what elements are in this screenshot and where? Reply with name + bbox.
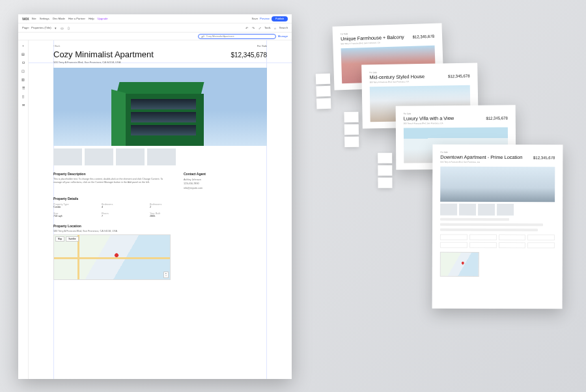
card-price: $12,345,678 (413, 35, 435, 39)
redo-icon[interactable]: ↷ (251, 25, 256, 30)
thumbnail[interactable] (116, 148, 145, 165)
chat-icon[interactable]: ✉ (21, 102, 25, 107)
dataset-bar: ☍ Cozy Minimalist Apartment Manage (18, 33, 292, 40)
link-icon: ☍ (201, 34, 205, 38)
database-icon[interactable]: ⛁ (21, 60, 25, 64)
preview-stack: For Sale Unique Farmhouse + Balcony $12,… (318, 25, 572, 363)
listing-price[interactable]: $12,345,678 (230, 51, 267, 59)
location-heading: Property Location (53, 224, 267, 228)
layers-icon[interactable]: ▤ (21, 51, 25, 56)
thumbnail[interactable] (85, 148, 113, 165)
page-label: Page: (22, 26, 29, 29)
map-zoom-control[interactable]: +− (163, 272, 169, 279)
menu-devmode[interactable]: Dev Mode (53, 17, 65, 20)
cms-icon[interactable]: ⌸ (21, 94, 25, 98)
menu-help[interactable]: Help (89, 17, 94, 20)
top-menu: Site Settings Dev Mode Hire a Partner He… (31, 17, 107, 20)
apps-icon[interactable]: ◫ (21, 68, 25, 73)
card-price: $12,345,678 (448, 74, 469, 79)
desktop-icon[interactable]: ▭ (60, 25, 64, 30)
map-pin-icon (113, 252, 119, 257)
menu-upgrade[interactable]: Upgrade (98, 17, 108, 20)
tools-button[interactable]: Tools (264, 26, 271, 29)
thumbnail[interactable] (147, 148, 176, 165)
menu-hire[interactable]: Hire a Partner (68, 17, 85, 20)
back-link[interactable]: ‹ Back (53, 45, 60, 48)
topbar: WIX Site Settings Dev Mode Hire a Partne… (18, 14, 292, 23)
card-hero-image (440, 167, 555, 203)
listing-address: 500 Terry A Francois Blvd, San Francisco… (53, 61, 267, 64)
card-price: $12,345,678 (486, 116, 507, 120)
details-grid: Property TypeCondo Bedrooms4 Bathrooms2 … (53, 203, 267, 217)
card-address: 500 Terry A Francois Blvd, San Francisco… (404, 121, 508, 124)
menu-site[interactable]: Site (31, 17, 36, 20)
canvas[interactable]: For Sale ‹ Back Cozy Minimalist Apartmen… (29, 40, 292, 379)
bookmarks-icon[interactable]: ☰ (21, 85, 25, 90)
card-title: Downtown Apartment - Prime Location (440, 154, 533, 160)
card-address: 500 Terry A Francois Blvd, San Francisco… (440, 161, 555, 164)
thumbnail-row (53, 148, 267, 165)
detail-value: 710 sqft (53, 215, 92, 217)
map-tab-satellite[interactable]: Satellite (66, 236, 78, 242)
detail-value: 2 (150, 206, 189, 208)
search-label[interactable]: Search (279, 26, 288, 29)
undo-icon[interactable]: ↶ (245, 25, 249, 30)
listing-status: For Sale (257, 44, 267, 48)
map-pin-icon (461, 261, 465, 265)
preview-button[interactable]: Preview (260, 17, 270, 20)
card-map (440, 252, 479, 277)
media-icon[interactable]: ▥ (21, 77, 25, 81)
detail-value: Condo (53, 206, 92, 208)
dataset-value: Cozy Minimalist Apartment (206, 35, 234, 38)
card-price: $12,345,678 (533, 156, 555, 160)
wix-logo[interactable]: WIX (22, 17, 29, 21)
menu-settings[interactable]: Settings (40, 17, 49, 20)
save-button[interactable]: Save (251, 17, 258, 20)
thumbnail[interactable] (53, 148, 82, 165)
chevron-down-icon[interactable]: ▾ (53, 25, 58, 30)
dataset-field[interactable]: ☍ Cozy Minimalist Apartment (198, 34, 276, 39)
publish-button[interactable]: Publish (272, 16, 288, 21)
card-title: Luxury Villa with a View (404, 115, 486, 122)
preview-card[interactable]: For Sale Downtown Apartment - Prime Loca… (432, 145, 563, 309)
desc-heading: Property Description (53, 172, 164, 176)
card-thumbnails (440, 204, 555, 216)
detail-value: 2005 (150, 215, 189, 217)
map-tab-map[interactable]: Map (55, 236, 64, 242)
manage-button[interactable]: Manage (278, 35, 288, 38)
listing-title[interactable]: Cozy Minimalist Apartment (53, 49, 230, 59)
plus-icon[interactable]: ＋ (21, 43, 25, 48)
secondbar: Page: Properties (Title) ▾ ▭ ▯ ↶ ↷ ⤢ Too… (18, 23, 292, 33)
card-details-grid (440, 234, 555, 249)
desc-text[interactable]: This is placeholder text. To change this… (53, 178, 164, 184)
map[interactable]: Map Satellite +− (53, 234, 171, 280)
detail-value: 4 (102, 206, 141, 208)
detail-value: 7 (102, 215, 141, 217)
hero-image[interactable] (53, 68, 267, 146)
mobile-icon[interactable]: ▯ (66, 25, 71, 30)
zoom-icon[interactable]: ⤢ (258, 25, 262, 30)
page-name[interactable]: Properties (Title) (31, 26, 51, 29)
agent-email: info@mysite.com (184, 186, 206, 190)
details-heading: Property Details (53, 197, 267, 201)
search-icon[interactable]: ⌕ (273, 25, 277, 30)
contact-heading: Contact Agent (184, 172, 206, 176)
siderail: ＋ ▤ ⛁ ◫ ▥ ☰ ⌸ ✉ (18, 40, 29, 379)
editor-window: WIX Site Settings Dev Mode Hire a Partne… (18, 14, 292, 379)
location-address: 500 Terry A Francois Blvd, San Francisco… (53, 230, 267, 232)
